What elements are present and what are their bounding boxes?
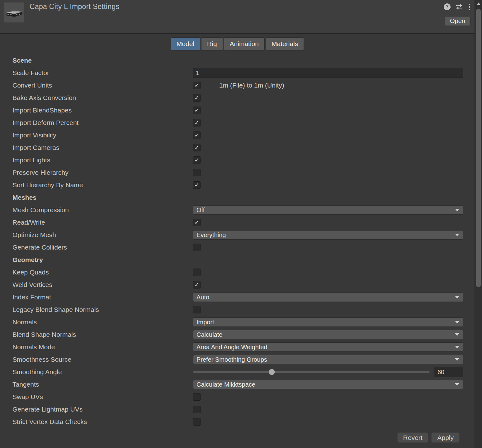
import-cameras-checkbox[interactable]: ✓ — [193, 144, 201, 151]
sort-hierarchy-by-name-checkbox[interactable]: ✓ — [193, 181, 201, 189]
smoothness-source-dropdown[interactable]: Prefer Smoothing Groups — [193, 355, 463, 364]
chevron-down-icon — [455, 296, 459, 298]
chevron-down-icon — [455, 346, 459, 348]
read-write-checkbox[interactable]: ✓ — [193, 219, 201, 226]
checkmark-icon: ✓ — [194, 83, 199, 88]
control-import-deform-percent: ✓ — [193, 117, 463, 129]
normals-dropdown[interactable]: Import — [193, 317, 463, 327]
section-header-meshes: Meshes — [0, 191, 475, 204]
strict-vertex-data-checks-checkbox[interactable] — [193, 418, 201, 426]
control-keep-quads — [193, 266, 463, 279]
bake-axis-conversion-checkbox[interactable]: ✓ — [193, 94, 201, 102]
control-import-blendshapes: ✓ — [193, 104, 463, 117]
label-preserve-hierarchy: Preserve Hierarchy — [0, 169, 193, 176]
row-normals: NormalsImport — [0, 316, 475, 328]
row-normals-mode: Normals ModeArea And Angle Weighted — [0, 341, 475, 353]
control-smoothness-source: Prefer Smoothing Groups — [193, 353, 463, 366]
blend-shape-normals-dropdown-value: Calculate — [196, 331, 455, 338]
normals-mode-dropdown[interactable]: Area And Angle Weighted — [193, 342, 463, 352]
scroll-up-button[interactable] — [475, 0, 482, 7]
index-format-dropdown[interactable]: Auto — [193, 293, 463, 302]
vertical-scrollbar[interactable] — [475, 0, 482, 448]
scale-factor-input[interactable]: 1 — [193, 68, 463, 78]
preserve-hierarchy-checkbox[interactable] — [193, 169, 201, 176]
row-convert-units: Convert Units✓1m (File) to 1m (Unity) — [0, 79, 475, 92]
tab-animation[interactable]: Animation — [224, 37, 265, 50]
chevron-down-icon — [455, 383, 459, 386]
control-sort-hierarchy-by-name: ✓ — [193, 179, 463, 191]
import-visibility-checkbox[interactable]: ✓ — [193, 131, 201, 139]
generate-colliders-checkbox[interactable] — [193, 244, 201, 251]
importer-tab-bar: Model Rig Animation Materials — [0, 37, 475, 50]
row-strict-vertex-data-checks: Strict Vertex Data Checks — [0, 416, 475, 428]
import-blendshapes-checkbox[interactable]: ✓ — [193, 107, 201, 114]
tangents-dropdown[interactable]: Calculate Mikktspace — [193, 380, 463, 389]
chevron-down-icon — [455, 234, 459, 236]
control-import-visibility: ✓ — [193, 129, 463, 141]
control-blend-shape-normals: Calculate — [193, 328, 463, 341]
tab-materials[interactable]: Materials — [266, 37, 304, 50]
label-tangents: Tangents — [0, 381, 193, 388]
smoothing-angle-slider-handle[interactable] — [269, 369, 275, 375]
presets-icon[interactable] — [456, 3, 463, 11]
help-icon[interactable]: ? — [444, 3, 451, 10]
label-import-cameras: Import Cameras — [0, 144, 193, 151]
row-blend-shape-normals: Blend Shape NormalsCalculate — [0, 328, 475, 341]
tab-model[interactable]: Model — [171, 37, 200, 50]
convert-units-checkbox[interactable]: ✓ — [193, 82, 201, 89]
apply-button[interactable]: Apply — [431, 432, 460, 443]
weld-vertices-checkbox[interactable]: ✓ — [193, 281, 201, 288]
control-optimize-mesh: Everything — [193, 229, 463, 241]
chevron-down-icon — [455, 321, 459, 323]
control-normals-mode: Area And Angle Weighted — [193, 341, 463, 353]
checkmark-icon: ✓ — [194, 220, 199, 225]
import-deform-percent-checkbox[interactable]: ✓ — [193, 119, 201, 126]
index-format-dropdown-value: Auto — [196, 294, 455, 301]
legacy-blend-shape-normals-checkbox[interactable] — [193, 306, 201, 313]
row-import-blendshapes: Import BlendShapes✓ — [0, 104, 475, 117]
label-import-lights: Import Lights — [0, 156, 193, 164]
row-swap-uvs: Swap UVs — [0, 391, 475, 403]
row-smoothing-angle: Smoothing Angle60 — [0, 366, 475, 378]
swap-uvs-checkbox[interactable] — [193, 393, 201, 401]
convert-units-suffix-label: 1m (File) to 1m (Unity) — [219, 82, 284, 89]
label-keep-quads: Keep Quads — [0, 269, 193, 276]
open-button[interactable]: Open — [445, 16, 470, 26]
row-tangents: TangentsCalculate Mikktspace — [0, 378, 475, 391]
row-import-cameras: Import Cameras✓ — [0, 141, 475, 154]
row-read-write: Read/Write✓ — [0, 216, 475, 229]
smoothing-angle-slider[interactable] — [193, 371, 430, 373]
tab-rig[interactable]: Rig — [201, 37, 223, 50]
label-read-write: Read/Write — [0, 219, 193, 226]
kebab-menu-icon[interactable] — [468, 3, 471, 11]
row-weld-vertices: Weld Vertices✓ — [0, 279, 475, 291]
revert-button[interactable]: Revert — [397, 432, 428, 443]
import-lights-checkbox[interactable]: ✓ — [193, 156, 201, 164]
label-bake-axis-conversion: Bake Axis Conversion — [0, 94, 193, 102]
mesh-compression-dropdown-value: Off — [196, 207, 455, 214]
control-index-format: Auto — [193, 291, 463, 303]
label-convert-units: Convert Units — [0, 82, 193, 89]
settings-rows: SceneScale Factor1Convert Units✓1m (File… — [0, 54, 475, 428]
smoothing-angle-value-input[interactable]: 60 — [434, 367, 463, 377]
help-glyph: ? — [446, 4, 449, 10]
control-normals: Import — [193, 316, 463, 328]
label-legacy-blend-shape-normals: Legacy Blend Shape Normals — [0, 306, 193, 313]
row-optimize-mesh: Optimize MeshEverything — [0, 229, 475, 241]
normals-mode-dropdown-value: Area And Angle Weighted — [196, 344, 455, 351]
chevron-down-icon — [455, 333, 459, 336]
blend-shape-normals-dropdown[interactable]: Calculate — [193, 330, 463, 339]
control-import-cameras: ✓ — [193, 141, 463, 154]
page-title: Capa City L Import Settings — [30, 2, 119, 11]
optimize-mesh-dropdown[interactable]: Everything — [193, 230, 463, 240]
chevron-down-icon — [455, 358, 459, 361]
row-smoothness-source: Smoothness SourcePrefer Smoothing Groups — [0, 353, 475, 366]
keep-quads-checkbox[interactable] — [193, 269, 201, 276]
control-smoothing-angle: 60 — [193, 366, 463, 378]
optimize-mesh-dropdown-value: Everything — [196, 231, 455, 239]
mesh-compression-dropdown[interactable]: Off — [193, 205, 463, 215]
scrollbar-thumb[interactable] — [476, 9, 481, 287]
control-strict-vertex-data-checks — [193, 416, 463, 428]
generate-lightmap-uvs-checkbox[interactable] — [193, 406, 201, 413]
control-import-lights: ✓ — [193, 154, 463, 166]
